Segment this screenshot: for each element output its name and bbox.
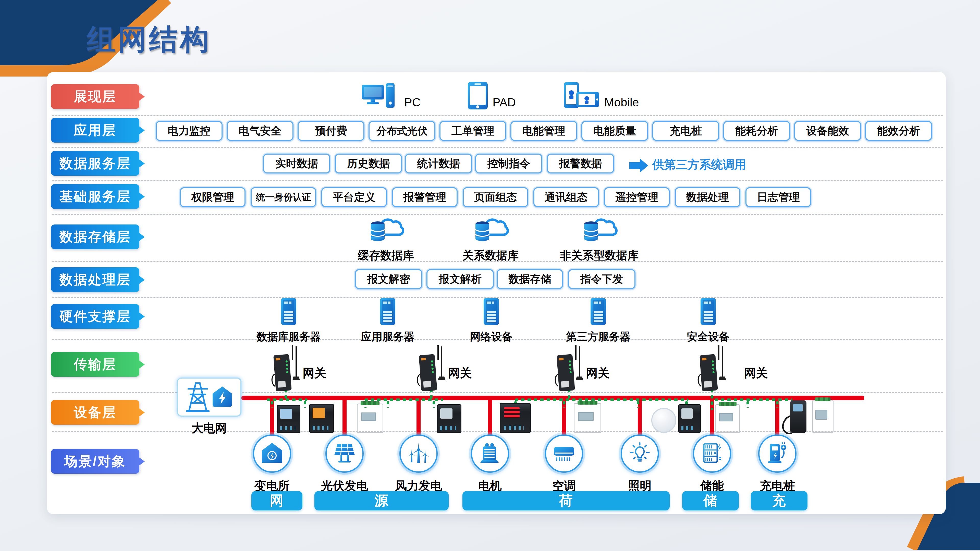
storage-db-label: 关系数据库 bbox=[463, 248, 519, 263]
gateway-stub-link bbox=[271, 401, 273, 408]
app-chip-label: 预付费 bbox=[315, 124, 347, 138]
data-processing-chip: 数据存储 bbox=[496, 269, 563, 289]
hardware-label: 应用服务器 bbox=[361, 330, 414, 344]
hardware-group: 数据库服务器 bbox=[250, 297, 327, 344]
gateway-device bbox=[415, 345, 447, 392]
layer-pill-basic-service: 基础服务层 bbox=[51, 184, 139, 209]
app-chip: 电能管理 bbox=[511, 121, 577, 141]
hardware-group: 第三方服务器 bbox=[560, 297, 636, 344]
gateway-device bbox=[553, 345, 585, 392]
scenario-solar bbox=[325, 434, 364, 473]
chip-label: 平台定义 bbox=[333, 190, 375, 204]
chip-label: 实时数据 bbox=[275, 156, 318, 171]
lighting-icon bbox=[628, 442, 651, 465]
gateway-stub-link bbox=[387, 401, 389, 408]
page-title: 组网结构 bbox=[87, 21, 211, 59]
bus-drop-line bbox=[342, 398, 347, 435]
scenario-air-conditioner bbox=[545, 434, 583, 473]
app-chip: 工单管理 bbox=[439, 121, 506, 141]
device-image-energy-meter bbox=[812, 400, 834, 433]
device-image-meter bbox=[437, 404, 461, 433]
app-chip-label: 电气安全 bbox=[239, 124, 282, 138]
gateway-bus-link bbox=[515, 399, 689, 401]
client-pad: PAD bbox=[467, 84, 516, 111]
hardware-label: 网络设备 bbox=[470, 330, 513, 344]
layer-label: 展现层 bbox=[74, 88, 117, 106]
chip-label: 报警数据 bbox=[559, 156, 602, 171]
chip-label: 遥控管理 bbox=[616, 190, 659, 204]
gateway-stub-link bbox=[746, 401, 749, 408]
app-chip: 能耗分析 bbox=[723, 121, 790, 141]
layer-label: 数据处理层 bbox=[59, 271, 131, 289]
storage-db-label: 缓存数据库 bbox=[358, 248, 414, 263]
gateway-device bbox=[270, 345, 302, 392]
server-icon bbox=[479, 297, 504, 327]
layer-label: 传输层 bbox=[74, 356, 117, 373]
row-separator bbox=[52, 115, 943, 116]
gateway-label: 网关 bbox=[448, 365, 472, 381]
desktop-pc-icon bbox=[362, 83, 400, 111]
main-grid-box bbox=[177, 378, 242, 416]
hardware-label: 数据库服务器 bbox=[256, 330, 321, 344]
data-processing-chip: 指令下发 bbox=[568, 269, 635, 289]
chip-label: 通讯组态 bbox=[545, 190, 588, 204]
app-chip-label: 能耗分析 bbox=[735, 124, 778, 138]
basic-service-chip: 遥控管理 bbox=[604, 187, 670, 207]
layer-label: 设备层 bbox=[74, 403, 117, 421]
chip-label: 统一身份认证 bbox=[256, 191, 311, 203]
bar-label: 充 bbox=[772, 492, 786, 510]
gateway-stub-link bbox=[776, 401, 779, 408]
layer-pill-transmission: 传输层 bbox=[51, 352, 139, 377]
device-image-meter bbox=[678, 404, 701, 433]
basic-service-chip: 通讯组态 bbox=[533, 187, 599, 207]
storage-db-group: 关系数据库 bbox=[450, 218, 531, 263]
device-image-meter bbox=[309, 404, 334, 433]
app-chip: 电力监控 bbox=[156, 121, 223, 141]
client-pc: PC bbox=[362, 84, 421, 111]
app-chip: 电气安全 bbox=[227, 121, 293, 141]
hardware-label: 安全设备 bbox=[687, 330, 730, 344]
category-bar-storage: 储 bbox=[682, 491, 739, 510]
device-image-ev-charger bbox=[790, 400, 807, 433]
device-image-din-meter bbox=[715, 404, 740, 433]
basic-service-chip: 权限管理 bbox=[180, 187, 245, 207]
wind-power-icon bbox=[407, 442, 430, 465]
app-chip-label: 电力监控 bbox=[168, 124, 210, 138]
chip-label: 数据处理 bbox=[686, 190, 729, 204]
transmission-tower-icon bbox=[186, 381, 210, 413]
third-party-note: 供第三方系统调用 bbox=[652, 158, 746, 172]
device-image-wireless-sensor bbox=[651, 408, 676, 433]
gateway-stub-link bbox=[637, 401, 639, 408]
device-image-protection-relay bbox=[277, 405, 301, 433]
slide: 组网结构 展现层 应用层 数据服务层 基础服务层 数据存储层 数据处理层 硬件支… bbox=[0, 0, 980, 551]
client-label: PAD bbox=[493, 95, 516, 111]
hardware-group: 网络设备 bbox=[453, 297, 530, 344]
scenario-substation bbox=[253, 434, 291, 473]
layer-pill-application: 应用层 bbox=[51, 118, 139, 143]
smart-home-energy-icon bbox=[212, 386, 232, 408]
row-separator bbox=[52, 147, 943, 148]
layer-pill-scenario: 场景/对象 bbox=[51, 449, 139, 474]
energy-storage-icon bbox=[701, 442, 723, 465]
app-chip-label: 充电桩 bbox=[670, 124, 702, 138]
app-chip-label: 电能管理 bbox=[522, 124, 565, 138]
data-service-chip: 报警数据 bbox=[547, 154, 614, 173]
row-separator bbox=[52, 180, 943, 181]
cloud-database-icon bbox=[578, 218, 621, 245]
app-chip-label: 工单管理 bbox=[452, 124, 494, 138]
layer-label: 数据服务层 bbox=[59, 155, 131, 172]
chip-label: 指令下发 bbox=[580, 272, 623, 286]
layer-label: 场景/对象 bbox=[64, 453, 126, 470]
ev-charger-icon bbox=[766, 442, 789, 465]
hardware-label: 第三方服务器 bbox=[566, 330, 630, 344]
substation-icon bbox=[261, 442, 283, 465]
chip-label: 报警管理 bbox=[404, 190, 446, 204]
chip-label: 报文解析 bbox=[439, 272, 482, 286]
device-image-din-meter bbox=[574, 403, 601, 433]
app-chip-label: 能效分析 bbox=[877, 124, 920, 138]
third-party-arrow-icon bbox=[629, 162, 640, 169]
gateway-bus-link bbox=[364, 399, 443, 401]
motor-icon bbox=[479, 442, 501, 465]
data-processing-chip: 报文解析 bbox=[426, 269, 494, 289]
app-chip-label: 设备能效 bbox=[806, 124, 849, 138]
